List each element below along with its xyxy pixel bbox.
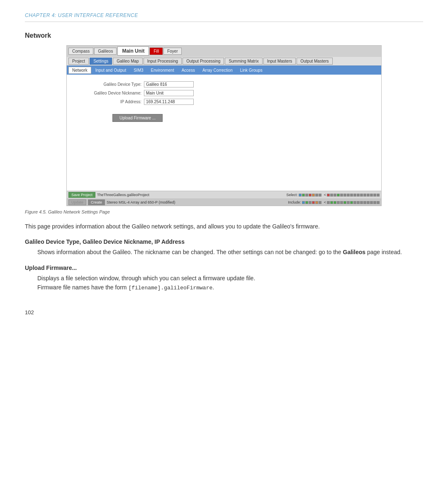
block-c: [309, 194, 312, 197]
page-number: 102: [25, 309, 423, 316]
project-name: TheThreeGalleos.galileoProject: [97, 193, 149, 197]
inc-d: [312, 201, 315, 204]
include-blocks: [302, 201, 321, 204]
project-description: Stereo MSL-4 Array and 650-P (modified): [107, 200, 175, 204]
nav2-btn-output-processing[interactable]: Output Processing: [183, 58, 224, 65]
num-7: [347, 194, 350, 197]
nav3-btn-environment[interactable]: Environment: [148, 67, 178, 73]
content-area: Galileo Device Type: Galileo Device Nick…: [67, 75, 381, 191]
save-project-button[interactable]: Save Project: [68, 192, 95, 198]
ip-address-label: IP Address:: [75, 100, 141, 104]
desc2-suffix: .: [212, 284, 214, 291]
nav2-btn-input-masters[interactable]: Input Masters: [263, 58, 296, 65]
nav-btn-foyer[interactable]: Foyer: [163, 48, 182, 55]
include-num-blocks: [327, 201, 380, 204]
include-label: Include:: [288, 200, 301, 204]
desc1-suffix: page instead.: [365, 249, 402, 255]
block-s: [299, 194, 302, 197]
num-14: [370, 194, 373, 197]
upload-btn-container: Upload Firmware ...: [75, 107, 373, 122]
inc-e: [315, 201, 318, 204]
in-14: [370, 201, 373, 204]
form-row-device-type: Galileo Device Type:: [75, 81, 373, 87]
num-6: [343, 194, 346, 197]
in-15: [373, 201, 376, 204]
nav3-btn-access[interactable]: Access: [178, 67, 198, 73]
nav-btn-compass[interactable]: Compass: [68, 48, 93, 55]
device-type-label: Galileo Device Type:: [75, 82, 141, 87]
nickname-label: Galileo Device Nickname:: [75, 91, 141, 95]
num-11: [360, 194, 363, 197]
nav2-btn-galileo-map[interactable]: Galileo Map: [113, 58, 142, 65]
figure-caption: Figure 4.5. Galileo Network Settings Pag…: [25, 209, 423, 214]
nav3-btn-network[interactable]: Network: [68, 67, 91, 74]
select-label: Select:: [286, 193, 298, 197]
chapter-heading: CHAPTER 4: USER INTERFACE REFERENCE: [25, 12, 423, 22]
in-12: [363, 201, 366, 204]
desc1-bold: Galileos: [343, 249, 365, 255]
update-button[interactable]: Update: [68, 199, 86, 205]
nav2-btn-settings[interactable]: Settings: [90, 58, 112, 65]
include-lt: <: [324, 200, 326, 204]
block-f: [319, 194, 321, 197]
in-13: [367, 201, 370, 204]
nickname-input[interactable]: [144, 90, 194, 96]
num-1: [327, 194, 330, 197]
desc2-line1: Displays a file selection window, throug…: [37, 275, 255, 282]
in-11: [360, 201, 363, 204]
desc2-line2: Firmware file names have the form: [37, 284, 128, 291]
nav-btn-galileos[interactable]: Galileos: [94, 48, 117, 55]
subsection-desc-2: Displays a file selection window, throug…: [37, 274, 423, 293]
in-2: [330, 201, 333, 204]
nav2-btn-project[interactable]: Project: [68, 58, 89, 65]
in-10: [357, 201, 360, 204]
nav-btn-main-unit[interactable]: Main Unit: [117, 46, 149, 56]
num-9: [353, 194, 356, 197]
inc-c: [309, 201, 312, 204]
third-nav: Network Input and Output SIM3 Environmen…: [67, 66, 381, 75]
block-b: [305, 194, 308, 197]
subsection-desc-1: Shows information about the Galileo. The…: [37, 248, 423, 257]
in-1: [327, 201, 330, 204]
inc-f: [319, 201, 321, 204]
desc2-code: [filename].galileoFirmware: [128, 285, 212, 291]
num-5: [340, 194, 343, 197]
status-bar-row2: Update Create Stereo MSL-4 Array and 650…: [67, 199, 381, 206]
nav3-btn-sim3[interactable]: SIM3: [130, 67, 146, 73]
select-blocks: [299, 194, 321, 197]
create-button[interactable]: Create: [88, 199, 105, 205]
nav-btn-fill[interactable]: Fill: [150, 48, 163, 55]
num-blocks: [327, 194, 380, 197]
status-bar2-right: Include: <: [288, 200, 380, 204]
ip-address-input[interactable]: [144, 99, 194, 105]
status-bar-row1: Save Project TheThreeGalleos.galileoProj…: [67, 191, 381, 199]
screenshot: Compass Galileos Main Unit Fill Foyer Pr…: [66, 45, 382, 206]
num-16: [377, 194, 380, 197]
nav2-btn-output-masters[interactable]: Output Masters: [297, 58, 332, 65]
second-nav: Project Settings Galileo Map Input Proce…: [67, 56, 381, 66]
nav2-btn-summing-matrix[interactable]: Summing Matrix: [225, 58, 262, 65]
upload-firmware-button[interactable]: Upload Firmware ...: [112, 114, 163, 122]
nav2-btn-input-processing[interactable]: Input Processing: [144, 58, 182, 65]
nav3-btn-array-correction[interactable]: Array Correction: [199, 67, 236, 73]
in-3: [334, 201, 336, 204]
subsection-heading-1: Galileo Device Type, Galileo Device Nick…: [25, 238, 423, 245]
block-e: [315, 194, 318, 197]
section-title: Network: [25, 32, 423, 39]
num-8: [350, 194, 353, 197]
in-16: [377, 201, 380, 204]
in-7: [347, 201, 350, 204]
inc-b: [305, 201, 308, 204]
num-10: [357, 194, 360, 197]
device-type-input[interactable]: [144, 81, 194, 87]
in-6: [343, 201, 346, 204]
body-text: This page provides information about the…: [25, 222, 423, 231]
num-2: [330, 194, 333, 197]
status-bar-right: Select: <: [286, 193, 380, 197]
in-9: [353, 201, 356, 204]
desc1-text: Shows information about the Galileo. The…: [37, 249, 343, 255]
nav3-btn-link-groups[interactable]: Link Groups: [237, 67, 266, 73]
top-nav: Compass Galileos Main Unit Fill Foyer: [67, 46, 381, 56]
num-12: [363, 194, 366, 197]
nav3-btn-input-output[interactable]: Input and Output: [92, 67, 130, 73]
